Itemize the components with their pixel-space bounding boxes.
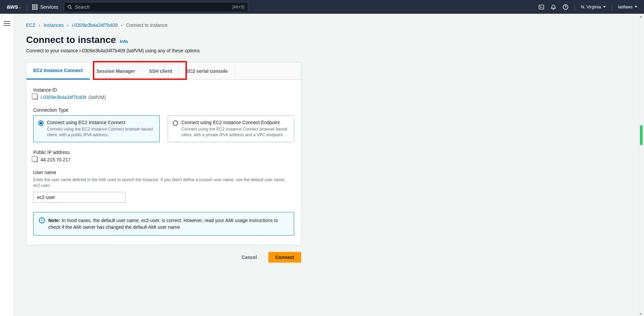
radio-icon — [173, 120, 178, 126]
caret-down-icon — [635, 6, 637, 8]
copy-icon[interactable] — [33, 157, 38, 162]
services-label: Services — [40, 4, 58, 10]
public-ip-value: 44.215.70.217 — [41, 157, 71, 162]
page-subtitle: Connect to your instance i-0309e3b4a34f7… — [26, 48, 627, 53]
help-icon[interactable] — [562, 4, 569, 10]
page-title: Connect to instance — [26, 35, 116, 45]
top-nav: aws⌣ Services Search [Alt+S] N. Virginia — [0, 0, 644, 14]
info-banner: i Note: In most cases, the default user … — [33, 212, 294, 236]
chevron-right-icon: › — [121, 22, 123, 28]
breadcrumb-link-instances[interactable]: Instances — [44, 22, 64, 28]
note-text: In most cases, the default user name, ec… — [48, 218, 278, 230]
aws-logo[interactable]: aws⌣ — [7, 3, 21, 10]
username-label: User name — [33, 170, 294, 175]
search-input[interactable]: Search [Alt+S] — [64, 2, 248, 12]
scroll-up-icon[interactable]: ▴ — [640, 14, 643, 18]
search-placeholder: Search — [75, 4, 90, 10]
info-link[interactable]: Info — [120, 39, 128, 44]
services-grid-icon — [32, 4, 38, 10]
main-content: EC2 › Instances › i-0309e3b4a34f7b409 › … — [14, 14, 639, 316]
svg-line-1 — [70, 8, 72, 9]
cloudshell-icon[interactable] — [538, 4, 544, 10]
services-button[interactable]: Services — [32, 4, 58, 10]
breadcrumb-link-instance-id[interactable]: i-0309e3b4a34f7b409 — [72, 22, 118, 28]
tab-ec2-instance-connect[interactable]: EC2 Instance Connect — [26, 62, 90, 80]
radio-description: Connect using the EC2 Instance Connect b… — [47, 126, 155, 138]
radio-ec2-instance-connect-endpoint[interactable]: Connect using EC2 Instance Connect Endpo… — [168, 115, 294, 142]
instance-name: (latifVM) — [88, 95, 106, 100]
note-prefix: Note: — [48, 218, 60, 223]
connect-panel: EC2 Instance Connect Session Manager SSH… — [26, 62, 301, 245]
region-selector[interactable]: N. Virginia — [581, 4, 606, 9]
radio-title: Connect using EC2 Instance Connect Endpo… — [181, 120, 289, 125]
tab-session-manager[interactable]: Session Manager — [90, 62, 142, 80]
scrollbar[interactable]: ▴ ▾ — [639, 14, 644, 316]
nav-divider — [612, 3, 612, 11]
chevron-right-icon: › — [67, 22, 69, 28]
info-icon: i — [39, 217, 45, 223]
scroll-down-icon[interactable]: ▾ — [640, 312, 643, 315]
public-ip-label: Public IP address — [33, 150, 294, 155]
notifications-icon[interactable] — [550, 4, 556, 10]
chevron-right-icon: › — [39, 22, 40, 28]
cancel-button[interactable]: Cancel — [235, 252, 264, 263]
connect-button[interactable]: Connect — [268, 252, 301, 263]
radio-ec2-instance-connect[interactable]: Connect using EC2 Instance Connect Conne… — [33, 115, 160, 142]
instance-id-label: Instance ID — [33, 87, 294, 93]
tab-ec2-serial-console[interactable]: EC2 serial console — [179, 62, 235, 80]
breadcrumb: EC2 › Instances › i-0309e3b4a34f7b409 › … — [26, 19, 627, 30]
search-icon — [67, 5, 72, 9]
footer-buttons: Cancel Connect — [26, 252, 301, 263]
copy-icon[interactable] — [33, 95, 38, 100]
caret-down-icon — [603, 6, 606, 8]
nav-divider — [26, 3, 27, 11]
username-help: Enter the user name defined in the AMI u… — [33, 177, 288, 189]
user-menu[interactable]: latifaws — [618, 4, 637, 9]
instance-id-link[interactable]: i-0309e3b4a34f7b409 — [41, 95, 86, 100]
aws-swoosh-icon: ⌣ — [19, 6, 21, 10]
svg-point-0 — [68, 5, 71, 8]
tabs: EC2 Instance Connect Session Manager SSH… — [26, 62, 301, 80]
side-rail — [0, 14, 14, 316]
breadcrumb-current: Connect to instance — [126, 22, 167, 28]
breadcrumb-link-ec2[interactable]: EC2 — [26, 22, 35, 28]
nav-divider — [575, 3, 575, 11]
radio-title: Connect using EC2 Instance Connect — [47, 120, 155, 125]
menu-toggle-icon[interactable] — [4, 20, 10, 316]
radio-description: Connect using the EC2 Instance Connect b… — [181, 126, 289, 138]
tab-ssh-client[interactable]: SSH client — [142, 62, 179, 80]
radio-icon — [38, 120, 44, 126]
scroll-thumb[interactable] — [640, 125, 643, 145]
search-shortcut: [Alt+S] — [232, 5, 245, 9]
connection-type-label: Connection Type — [33, 107, 294, 113]
username-input[interactable] — [33, 192, 125, 203]
